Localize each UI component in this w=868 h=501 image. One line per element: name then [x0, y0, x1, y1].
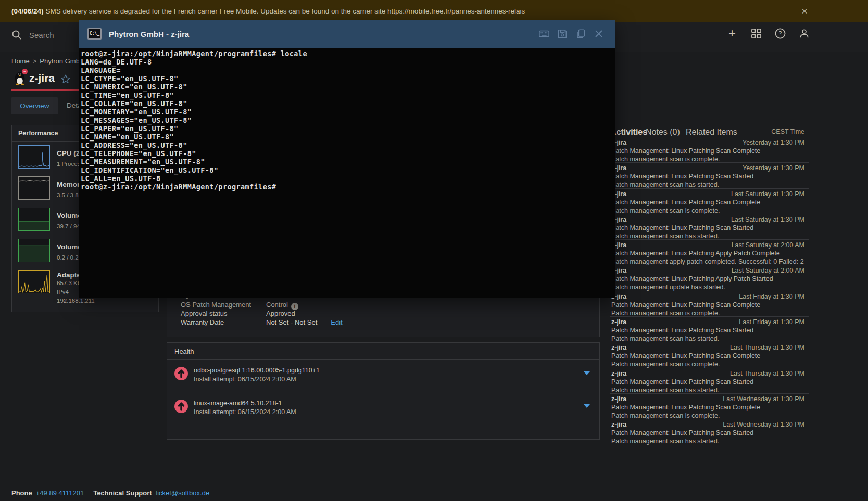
terminal-output: root@z-jira:/opt/NinjaRMMAgent/programfi…	[79, 48, 615, 191]
breadcrumb-separator: >	[33, 57, 37, 65]
activity-entry: z-jira Last Thursday at 1:30 PM Patch Ma…	[610, 368, 809, 394]
support-email-link[interactable]: ticket@softbox.de	[156, 489, 210, 497]
activity-title: Patch Management: Linux Patching Scan Co…	[611, 147, 760, 155]
add-button[interactable]: +	[726, 28, 738, 39]
banner-close-icon[interactable]: ✕	[799, 6, 810, 17]
activity-head: z-jira Last Saturday at 2:00 AM	[611, 267, 804, 275]
health-item-odbc-postgresql[interactable]: odbc-postgresql 1:16.00.0005-1.pgdg110+1…	[167, 366, 599, 399]
expand-caret-icon[interactable]	[584, 404, 590, 408]
activity-head: z-jira Yesterday at 1:30 PM	[611, 164, 804, 172]
activity-timestamp: Last Saturday at 1:30 PM	[731, 216, 804, 223]
activity-title: Patch Management: Linux Patching Apply P…	[611, 250, 780, 257]
ninja-rmm-dashboard: (04/06/24)SMS delivery service is degrad…	[0, 0, 868, 501]
tab-activities[interactable]: Activities	[610, 127, 647, 137]
svg-text:?: ?	[778, 30, 782, 36]
activity-device-name[interactable]: z-jira	[611, 318, 626, 326]
volume1-sparkline-chart	[18, 208, 50, 231]
activity-message: Patch management scan has started.	[611, 335, 719, 342]
help-icon[interactable]: ?	[774, 28, 786, 39]
activity-timestamp: Last Saturday at 1:30 PM	[731, 190, 804, 198]
breadcrumb-org[interactable]: Phytron GmbH	[40, 57, 84, 65]
timezone-label: CEST Time	[750, 128, 804, 135]
activity-head: z-jira Last Thursday at 1:30 PM	[611, 370, 804, 378]
activity-title: Patch Management: Linux Patching Scan St…	[611, 429, 753, 436]
expand-caret-icon[interactable]	[584, 371, 590, 375]
activity-message: Patch management scan is complete.	[611, 412, 720, 419]
activity-entry: z-jira Last Wednesday at 1:30 PM Patch M…	[610, 394, 809, 419]
activity-device-name[interactable]: z-jira	[611, 344, 626, 351]
activity-entry: z-jira Last Thursday at 1:30 PM Patch Ma…	[610, 342, 809, 368]
activity-message: Patch management scan is complete.	[611, 156, 720, 163]
adapter-ip-version: IPv4	[57, 289, 69, 295]
adapter-sparkline-chart	[18, 270, 50, 293]
save-icon[interactable]	[557, 28, 568, 40]
activity-title: Patch Management: Linux Patching Scan Co…	[611, 199, 760, 206]
activity-title: Patch Management: Linux Patching Scan Co…	[611, 301, 760, 309]
health-item-name: odbc-postgresql 1:16.00.0005-1.pgdg110+1	[194, 367, 320, 374]
activity-entry: z-jira Last Saturday at 2:00 AM Patch Ma…	[610, 240, 809, 265]
terminal-icon: C:\_	[87, 28, 102, 40]
user-profile-icon[interactable]	[798, 28, 810, 39]
volume2-label: Volume	[57, 243, 82, 251]
info-icon[interactable]: i	[291, 303, 298, 310]
tab-overview[interactable]: Overview	[11, 97, 58, 114]
update-available-icon	[174, 399, 188, 414]
activity-entry: z-jira Last Saturday at 1:30 PM Patch Ma…	[610, 214, 809, 240]
terminal-titlebar[interactable]: C:\_ Phytron GmbH - z-jira	[79, 20, 615, 48]
activity-device-name[interactable]: z-jira	[611, 370, 626, 377]
close-icon[interactable]	[593, 28, 605, 40]
health-item-linux-image[interactable]: linux-image-amd64 5.10.218-1 Install att…	[167, 399, 599, 431]
breadcrumb-home[interactable]: Home	[11, 57, 30, 65]
footer: Phone+49 89 4111201 Technical Supporttic…	[0, 484, 868, 501]
activity-timestamp: Last Saturday at 2:00 AM	[732, 241, 804, 249]
phone-link[interactable]: +49 89 4111201	[36, 489, 84, 497]
health-item-name: linux-image-amd64 5.10.218-1	[194, 400, 282, 407]
activity-timestamp: Last Saturday at 2:00 AM	[732, 267, 804, 274]
activity-entry: z-jira Last Friday at 1:30 PM Patch Mana…	[610, 317, 809, 342]
activity-timestamp: Yesterday at 1:30 PM	[743, 164, 804, 172]
activity-message: Patch management scan has started.	[611, 387, 719, 394]
activity-message: Patch management scan has started.	[611, 181, 719, 188]
activity-title: Patch Management: Linux Patching Scan St…	[611, 224, 753, 232]
tab-related-items[interactable]: Related Items	[686, 127, 737, 137]
activity-title: Patch Management: Linux Patching Scan Co…	[611, 352, 760, 359]
activity-timestamp: Last Friday at 1:30 PM	[739, 318, 804, 326]
activity-entry: z-jira Last Saturday at 2:00 AM Patch Ma…	[610, 265, 809, 291]
detail-row-os-patch-management: OS Patch ManagementControli	[181, 301, 298, 310]
memory-sparkline-chart	[18, 176, 50, 200]
health-panel: Health odbc-postgresql 1:16.00.0005-1.pg…	[167, 342, 600, 440]
activity-device-name[interactable]: z-jira	[611, 395, 626, 403]
phone-label: Phone	[11, 489, 32, 497]
activity-message: Patch management scan is complete.	[611, 310, 720, 317]
search-input[interactable]: Search	[11, 30, 54, 40]
favorite-star-icon[interactable]	[61, 74, 70, 84]
terminal-body[interactable]: root@z-jira:/opt/NinjaRMMAgent/programfi…	[79, 48, 615, 298]
service-warning-banner: (04/06/24)SMS delivery service is degrad…	[0, 0, 868, 22]
copy-icon[interactable]	[575, 28, 586, 40]
activity-timestamp: Last Friday at 1:30 PM	[739, 293, 804, 300]
search-placeholder: Search	[29, 31, 54, 40]
search-icon	[11, 30, 22, 40]
activity-head: z-jira Last Thursday at 1:30 PM	[611, 344, 804, 352]
activity-message: Patch management scan is complete.	[611, 207, 720, 214]
virtual-keyboard-icon[interactable]	[538, 28, 550, 40]
tab-notes[interactable]: Notes (0)	[646, 127, 680, 137]
activity-entry: z-jira Last Friday at 1:30 PM Patch Mana…	[610, 291, 809, 317]
activity-device-name[interactable]: z-jira	[611, 421, 626, 428]
activity-message: Patch management scan is complete.	[611, 361, 720, 368]
banner-text: (04/06/24)SMS delivery service is degrad…	[11, 7, 525, 15]
performance-title: Performance	[18, 130, 58, 137]
activity-message: Patch management apply patch completed. …	[611, 258, 804, 265]
activity-timestamp: Last Wednesday at 1:30 PM	[723, 421, 804, 428]
apps-grid-icon[interactable]	[750, 28, 762, 39]
activity-list: z-jira Yesterday at 1:30 PM Patch Manage…	[610, 137, 809, 445]
volume2-sparkline-chart	[18, 239, 50, 262]
activity-head: z-jira Last Saturday at 1:30 PM	[611, 190, 804, 198]
detail-label: Approval status	[181, 310, 266, 317]
activity-head: z-jira Last Wednesday at 1:30 PM	[611, 421, 804, 429]
device-name: z-jira	[29, 72, 55, 84]
activity-head: z-jira Last Friday at 1:30 PM	[611, 293, 804, 301]
activity-title: Patch Management: Linux Patching Scan St…	[611, 173, 753, 180]
terminal-window: C:\_ Phytron GmbH - z-jira	[79, 20, 615, 298]
edit-warranty-link[interactable]: Edit	[331, 318, 342, 326]
